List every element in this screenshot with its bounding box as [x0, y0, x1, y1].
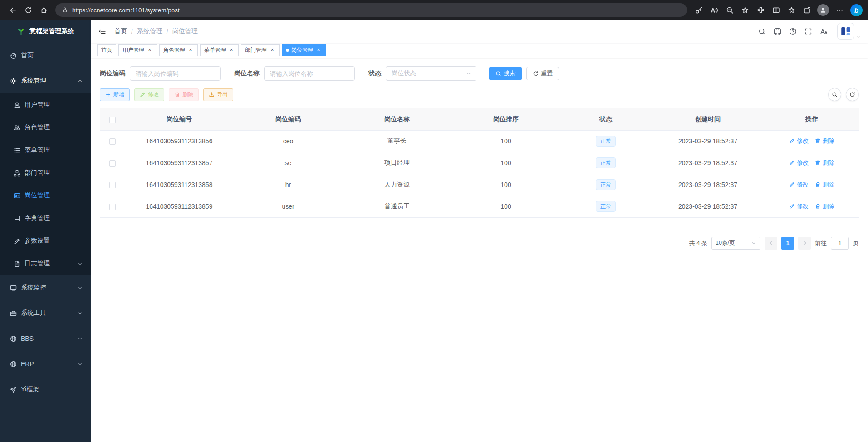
row-checkbox[interactable]: [109, 204, 116, 210]
favorites-icon[interactable]: [784, 3, 799, 17]
tab-close-icon[interactable]: ×: [228, 47, 235, 54]
fullscreen-icon[interactable]: [804, 28, 812, 35]
favorites-add-icon[interactable]: [738, 3, 752, 17]
zoom-icon[interactable]: [722, 3, 737, 17]
delete-row-button[interactable]: 删除: [815, 159, 834, 167]
post-sort-cell: 100: [451, 196, 560, 217]
actions-cell: 修改删除: [765, 174, 859, 196]
select-all-checkbox[interactable]: [109, 117, 116, 123]
github-icon[interactable]: [774, 28, 781, 35]
extensions-icon[interactable]: [753, 3, 768, 17]
collections-icon[interactable]: [799, 3, 814, 17]
row-checkbox[interactable]: [109, 182, 116, 188]
tab-用户管理[interactable]: 用户管理×: [118, 44, 157, 56]
status-cell: 正常: [560, 196, 651, 217]
export-button[interactable]: 导出: [203, 88, 233, 101]
book-icon: [14, 215, 20, 222]
browser-toolbar: https://ccnetcore.com:1101/system/post b: [0, 0, 868, 20]
delete-row-button[interactable]: 删除: [815, 202, 834, 211]
sidebar-toggle-icon[interactable]: [98, 27, 106, 35]
tab-close-icon[interactable]: ×: [315, 47, 322, 54]
sidebar-item-tool[interactable]: 系统工具: [0, 300, 91, 326]
sidebar-item-post[interactable]: 岗位管理: [0, 184, 91, 207]
sidebar-item-label: 首页: [21, 51, 34, 59]
font-size-icon[interactable]: [820, 28, 828, 35]
toggle-search-button[interactable]: [828, 88, 841, 101]
tab-部门管理[interactable]: 部门管理×: [241, 44, 280, 56]
row-checkbox[interactable]: [109, 138, 116, 145]
edit-button[interactable]: 修改: [134, 88, 164, 101]
row-checkbox[interactable]: [109, 160, 116, 167]
sidebar-item-yi[interactable]: Yi框架: [0, 377, 91, 402]
delete-button[interactable]: 删除: [169, 88, 199, 101]
tab-close-icon[interactable]: ×: [269, 47, 275, 54]
sidebar-item-dict[interactable]: 字典管理: [0, 207, 91, 230]
breadcrumb-item: 岗位管理: [172, 27, 198, 35]
read-aloud-icon[interactable]: [707, 3, 721, 17]
address-bar[interactable]: https://ccnetcore.com:1101/system/post: [55, 3, 687, 17]
refresh-icon[interactable]: [21, 3, 35, 17]
tab-close-icon[interactable]: ×: [147, 47, 153, 54]
current-page-button[interactable]: 1: [781, 237, 794, 250]
back-icon[interactable]: [5, 3, 20, 17]
sidebar-item-label: 系统监控: [21, 284, 46, 292]
user-avatar[interactable]: [837, 23, 854, 40]
copilot-icon[interactable]: b: [850, 4, 863, 16]
sidebar-item-user[interactable]: 用户管理: [0, 93, 91, 116]
tab-菜单管理[interactable]: 菜单管理×: [200, 44, 239, 56]
sidebar-item-log[interactable]: 日志管理: [0, 252, 91, 275]
post-name-input[interactable]: [264, 66, 355, 81]
sidebar-item-home[interactable]: 首页: [0, 43, 91, 68]
button-label: 新增: [113, 91, 124, 98]
settings-menu-icon[interactable]: [832, 3, 847, 17]
add-button[interactable]: 新增: [100, 88, 130, 101]
created-time-cell: 2023-03-29 18:52:37: [651, 152, 765, 174]
edit-row-button[interactable]: 修改: [789, 159, 809, 167]
sidebar-item-bbs[interactable]: BBS: [0, 326, 91, 351]
edit-row-button[interactable]: 修改: [789, 137, 809, 145]
post-name-cell: 董事长: [343, 130, 451, 152]
status-badge: 正常: [596, 179, 616, 190]
edit-row-button[interactable]: 修改: [789, 202, 809, 211]
help-icon[interactable]: [789, 28, 797, 35]
post-code-input[interactable]: [130, 66, 221, 81]
row-select-cell: [100, 152, 125, 174]
profile-avatar[interactable]: [817, 4, 829, 16]
status-select[interactable]: 岗位状态: [386, 66, 476, 81]
sidebar-item-dept[interactable]: 部门管理: [0, 162, 91, 184]
prev-page-button[interactable]: [765, 237, 777, 250]
tab-角色管理[interactable]: 角色管理×: [159, 44, 198, 56]
sidebar-nav: 首页系统管理用户管理角色管理菜单管理部门管理岗位管理字典管理参数设置日志管理系统…: [0, 43, 91, 402]
sidebar-item-menu[interactable]: 菜单管理: [0, 139, 91, 162]
delete-row-button[interactable]: 删除: [815, 181, 834, 189]
split-screen-icon[interactable]: [769, 3, 783, 17]
goto-page-input[interactable]: [831, 237, 849, 250]
sidebar-item-config[interactable]: 参数设置: [0, 230, 91, 252]
search-button[interactable]: 搜索: [489, 67, 522, 80]
page-size-select[interactable]: 10条/页: [711, 237, 760, 250]
edit-row-button[interactable]: 修改: [789, 181, 809, 189]
sidebar-item-label: Yi框架: [21, 385, 39, 393]
refresh-table-button[interactable]: [846, 88, 859, 101]
tab-close-icon[interactable]: ×: [187, 47, 194, 54]
sidebar-item-system[interactable]: 系统管理: [0, 68, 91, 93]
delete-row-button[interactable]: 删除: [815, 137, 834, 145]
app-logo: 意框架管理系统: [0, 20, 91, 43]
password-key-icon[interactable]: [691, 3, 706, 17]
breadcrumb-item[interactable]: 首页: [114, 27, 127, 35]
tab-岗位管理[interactable]: 岗位管理×: [282, 44, 326, 56]
monitor-icon: [10, 285, 17, 291]
sidebar-item-role[interactable]: 角色管理: [0, 116, 91, 139]
browser-home-icon[interactable]: [36, 3, 51, 17]
next-page-button[interactable]: [798, 237, 811, 250]
chevron-down-icon: [78, 362, 83, 367]
sidebar-item-erp[interactable]: ERP: [0, 351, 91, 377]
toolbar-buttons: 新增修改删除导出: [100, 88, 238, 101]
sidebar-item-monitor[interactable]: 系统监控: [0, 275, 91, 300]
action-label: 修改: [797, 202, 809, 211]
search-icon[interactable]: [758, 28, 766, 35]
reset-button[interactable]: 重置: [526, 67, 559, 80]
user-menu[interactable]: [837, 23, 861, 40]
tab-label: 部门管理: [245, 46, 267, 54]
tab-首页[interactable]: 首页: [97, 44, 116, 56]
